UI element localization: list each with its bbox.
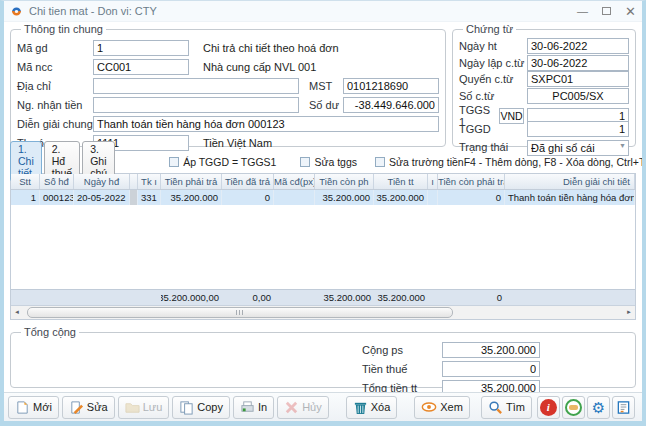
total-tien-tt: 35.200.000 — [377, 290, 425, 306]
col-header-stt[interactable]: Stt — [11, 174, 40, 189]
general-info-legend: Thông tin chung — [21, 23, 106, 35]
checkbox-sua-tggs[interactable]: Sửa tggs — [300, 156, 357, 168]
ng-nhan-tien-input[interactable] — [93, 97, 299, 113]
memo-icon — [565, 399, 582, 416]
h-scrollbar[interactable]: ◄ ► — [11, 306, 635, 319]
col-header-tien-phai-tra[interactable]: Tiền phải trả — [161, 174, 222, 189]
cong-ps-input[interactable] — [442, 342, 540, 358]
cell-sep — [428, 190, 438, 205]
table-totals-row: 35.200.000,00 0,00 35.200.000 35.200.000… — [11, 289, 635, 306]
ma-ncc-label: Mã ncc — [17, 61, 93, 73]
ngay-ht-label: Ngày ht — [459, 40, 527, 52]
settings-button[interactable]: ⚙ — [587, 396, 610, 419]
total-tien-da-tra: 0,00 — [253, 290, 272, 306]
window-title: Chi tien mat - Don vi: CTY — [29, 5, 577, 17]
col-header-ma-cd[interactable]: Mã cđ(px) — [274, 174, 315, 189]
cell-ngay-hd: 20-05-2022 — [74, 190, 130, 205]
quyen-ctu-input[interactable] — [527, 71, 629, 87]
cell-tien-con-ph: 35.200.000 — [315, 190, 374, 205]
print-icon — [240, 400, 255, 415]
total-tien-con-phai-tra-2: 0 — [497, 290, 502, 306]
general-info-group: Thông tin chung Mã gd Chi trả chi tiết t… — [10, 23, 446, 147]
table-row[interactable]: 1 000123 20-05-2022 331 35.200.000 0 35.… — [11, 190, 635, 205]
so-du-input[interactable] — [343, 97, 439, 113]
dien-giai-chung-label: Diễn giải chung — [17, 118, 93, 130]
totals-group: Tổng cộng Cộng ps Tiền thuế Tổng tiền tt — [10, 326, 636, 388]
scroll-thumb[interactable] — [27, 307, 453, 318]
col-header-tien-da-tra[interactable]: Tiền đã trả — [222, 174, 274, 189]
copy-button[interactable]: Copy — [172, 396, 230, 419]
col-header-so-hd[interactable]: Số hđ — [40, 174, 74, 189]
clipboard-button[interactable] — [612, 396, 635, 419]
cancel-button[interactable]: Hủy — [277, 396, 329, 419]
dia-chi-input[interactable] — [93, 78, 299, 94]
cancel-icon — [284, 400, 299, 415]
titlebar: Chi tien mat - Don vi: CTY — ✕ — [4, 1, 642, 22]
col-header-tk[interactable]: Tk ı — [138, 174, 161, 189]
save-button[interactable]: Lưu — [118, 396, 170, 419]
invoice-table: Stt Số hđ Ngày hđ Tk ı Tiền phải trả Tiề… — [10, 173, 636, 320]
scroll-left-arrow[interactable]: ◄ — [11, 306, 23, 319]
trang-thai-select[interactable]: ▼ — [527, 138, 629, 156]
cong-ps-label: Cộng ps — [362, 344, 442, 356]
checkbox-ap-tggd[interactable]: Áp TGGD = TGGS1 — [169, 156, 276, 168]
checkbox-icon — [300, 157, 310, 167]
edit-button[interactable]: Sửa — [62, 396, 115, 419]
cell-tk: 331 — [138, 190, 161, 205]
maximize-button[interactable] — [602, 7, 611, 15]
memo-button[interactable] — [562, 396, 585, 419]
so-du-label: Số dư — [299, 99, 343, 111]
quyen-ctu-label: Quyển c.từ — [459, 73, 527, 85]
app-window: Chi tien mat - Don vi: CTY — ✕ Thông tin… — [0, 0, 646, 426]
col-header-ngay-hd[interactable]: Ngày hđ — [74, 174, 130, 189]
minimize-button[interactable]: — — [577, 6, 588, 17]
clipboard-icon — [616, 400, 631, 415]
ngay-lap-input[interactable] — [527, 55, 629, 71]
scroll-track[interactable] — [23, 307, 623, 318]
find-button[interactable]: Tìm — [481, 396, 532, 419]
col-header-tien-con-phai-tra-2[interactable]: Tiền còn phải trả 2 — [438, 174, 505, 189]
total-tien-con-ph: 35.200.000 — [323, 290, 371, 306]
cell-tien-phai-tra: 35.200.000 — [161, 190, 222, 205]
tien-thue-input[interactable] — [442, 361, 540, 377]
so-ctu-label: Số c.từ — [459, 90, 527, 102]
info-button[interactable]: i — [537, 396, 560, 419]
mst-input[interactable] — [343, 78, 439, 94]
ng-nhan-tien-label: Ng. nhận tiền — [17, 99, 93, 111]
checkbox-icon — [375, 157, 385, 167]
checkbox-icon — [169, 157, 179, 167]
col-header-tien-tt[interactable]: Tiền tt — [374, 174, 428, 189]
first-record-button[interactable]: ◄ — [642, 396, 646, 419]
new-document-icon — [15, 400, 30, 415]
table-header[interactable]: Stt Số hđ Ngày hđ Tk ı Tiền phải trả Tiề… — [11, 174, 635, 190]
new-button[interactable]: Mới — [8, 396, 59, 419]
col-header-dien-giai[interactable]: Diễn giải chi tiết — [505, 174, 635, 189]
delete-button[interactable]: Xóa — [346, 396, 398, 419]
trang-thai-label: Trạng thái — [459, 141, 527, 153]
so-ctu-input[interactable] — [527, 88, 629, 104]
currency-box: VND — [499, 108, 524, 124]
col-header-tien-con-ph[interactable]: Tiền còn ph — [315, 174, 374, 189]
gear-icon: ⚙ — [592, 400, 605, 415]
close-button[interactable]: ✕ — [625, 6, 636, 17]
dien-giai-chung-input[interactable] — [93, 116, 439, 132]
app-icon — [10, 5, 23, 18]
cell-marker — [130, 190, 138, 205]
table-empty-area[interactable] — [11, 205, 635, 289]
scroll-grip-icon — [236, 310, 245, 315]
scroll-right-arrow[interactable]: ► — [623, 306, 635, 319]
view-button[interactable]: Xem — [414, 396, 470, 419]
ma-ncc-input[interactable] — [93, 59, 189, 75]
trang-thai-value[interactable] — [527, 140, 629, 156]
tk-co-desc: Tiền Việt Nam — [189, 137, 439, 149]
ma-gd-input[interactable] — [93, 40, 189, 56]
ngay-ht-input[interactable] — [527, 38, 629, 54]
totals-legend: Tổng cộng — [21, 326, 79, 338]
ma-gd-label: Mã gd — [17, 42, 93, 54]
print-button[interactable]: In — [233, 396, 274, 419]
view-eye-icon — [421, 400, 437, 414]
copy-icon — [179, 400, 194, 415]
tggd-input[interactable] — [527, 121, 629, 137]
checkbox-sua-truong-tien[interactable]: Sửa trường tiền — [375, 156, 464, 168]
save-icon — [125, 400, 140, 415]
